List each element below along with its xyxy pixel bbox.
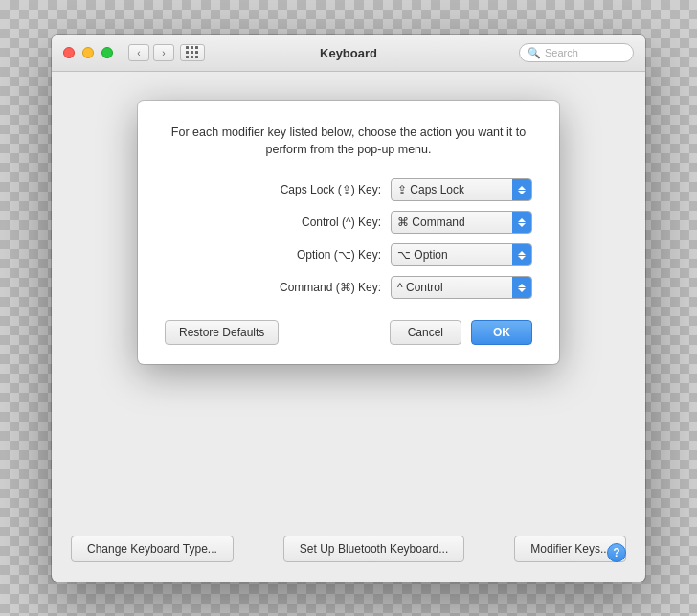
arrow-down-icon <box>518 256 526 260</box>
arrow-down-icon <box>518 288 526 292</box>
main-window: ‹ › Keyboard 🔍 Search For each modifier … <box>52 35 645 582</box>
control-value: ⌘ Command <box>397 216 526 229</box>
modifier-rows: Caps Lock (⇪) Key: ⇪ Caps Lock Control (… <box>165 178 532 299</box>
search-bar[interactable]: 🔍 Search <box>519 43 634 62</box>
arrow-up-icon <box>518 251 526 255</box>
grid-button[interactable] <box>180 44 205 61</box>
caps-lock-value: ⇪ Caps Lock <box>397 183 526 196</box>
option-label: Option (⌥) Key: <box>228 248 381 262</box>
modal-overlay: For each modifier key listed below, choo… <box>52 72 645 582</box>
modal-buttons: Restore Defaults Cancel OK <box>165 320 532 345</box>
titlebar: ‹ › Keyboard 🔍 Search <box>52 35 645 72</box>
arrow-down-icon <box>518 191 526 194</box>
command-value: ^ Control <box>397 281 526 294</box>
caps-lock-arrows <box>512 179 531 200</box>
arrow-up-icon <box>518 218 526 222</box>
restore-defaults-button[interactable]: Restore Defaults <box>165 320 279 345</box>
nav-buttons: ‹ › <box>128 44 174 61</box>
cancel-button[interactable]: Cancel <box>390 320 461 345</box>
option-row: Option (⌥) Key: ⌥ Option <box>165 243 532 266</box>
caps-lock-select[interactable]: ⇪ Caps Lock <box>391 178 532 201</box>
control-arrows <box>512 212 531 233</box>
control-label: Control (^) Key: <box>228 216 381 229</box>
arrow-up-icon <box>518 186 526 190</box>
main-content: For each modifier key listed below, choo… <box>52 72 645 582</box>
traffic-lights <box>63 47 113 58</box>
search-icon: 🔍 <box>528 47 541 59</box>
close-button[interactable] <box>63 47 75 58</box>
grid-icon <box>186 46 199 59</box>
forward-button[interactable]: › <box>153 44 174 61</box>
option-value: ⌥ Option <box>397 248 526 262</box>
option-arrows <box>512 244 531 265</box>
minimize-button[interactable] <box>82 47 94 58</box>
arrow-up-icon <box>518 284 526 287</box>
control-select[interactable]: ⌘ Command <box>391 211 532 234</box>
arrow-down-icon <box>518 223 526 227</box>
command-row: Command (⌘) Key: ^ Control <box>165 276 532 299</box>
modal-action-buttons: Cancel OK <box>390 320 532 345</box>
command-select[interactable]: ^ Control <box>391 276 532 299</box>
window-title: Keyboard <box>320 46 377 60</box>
back-button[interactable]: ‹ <box>128 44 149 61</box>
modal-dialog: For each modifier key listed below, choo… <box>138 101 559 365</box>
command-label: Command (⌘) Key: <box>228 281 381 294</box>
option-select[interactable]: ⌥ Option <box>391 243 532 266</box>
caps-lock-label: Caps Lock (⇪) Key: <box>228 183 381 196</box>
command-arrows <box>512 277 531 298</box>
caps-lock-row: Caps Lock (⇪) Key: ⇪ Caps Lock <box>165 178 532 201</box>
ok-button[interactable]: OK <box>471 320 532 345</box>
modal-description: For each modifier key listed below, choo… <box>165 124 532 160</box>
control-row: Control (^) Key: ⌘ Command <box>165 211 532 234</box>
maximize-button[interactable] <box>101 47 113 58</box>
search-placeholder: Search <box>545 47 578 58</box>
